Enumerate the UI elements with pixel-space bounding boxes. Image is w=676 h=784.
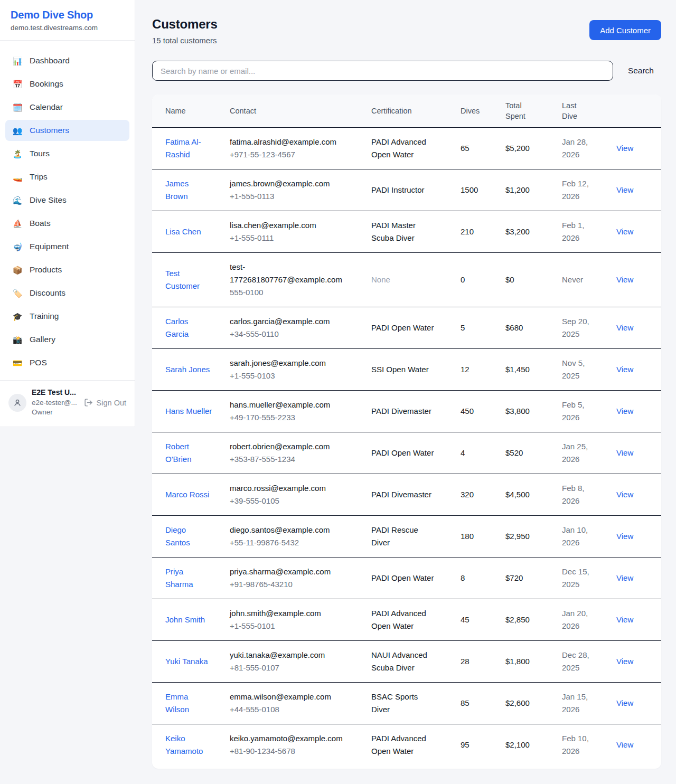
view-link[interactable]: View — [616, 573, 633, 582]
customer-name-link[interactable]: Keiko Yamamoto — [165, 734, 203, 755]
customer-name-link[interactable]: James Brown — [165, 179, 189, 201]
customer-email: keiko.yamamoto@example.com — [230, 732, 335, 745]
customers-table: NameContactCertificationDivesTotal Spent… — [152, 95, 661, 766]
customer-name-link[interactable]: John Smith — [165, 615, 205, 624]
customer-name-link[interactable]: Hans Mueller — [165, 407, 212, 415]
table-row: Robert O'Brien robert.obrien@example.com… — [152, 432, 661, 474]
sidebar-item-gallery[interactable]: 📸Gallery — [5, 329, 129, 350]
customer-last-dive: Dec 28, 2025 — [562, 641, 616, 683]
customer-dives: 95 — [461, 724, 505, 766]
user-name: E2E Test U... — [32, 388, 77, 398]
customer-phone: +39-555-0105 — [230, 495, 335, 507]
sign-out-button[interactable]: Sign Out — [84, 398, 126, 407]
customer-name-link[interactable]: Robert O'Brien — [165, 442, 192, 464]
view-link[interactable]: View — [616, 227, 633, 236]
customer-name-link[interactable]: Diego Santos — [165, 525, 190, 547]
sidebar-item-equipment[interactable]: 🤿Equipment — [5, 236, 129, 257]
customer-certification: PADI Open Water — [371, 432, 461, 474]
customer-certification: PADI Advanced Open Water — [371, 724, 461, 766]
customer-last-dive: Never — [562, 253, 616, 307]
sidebar-item-customers[interactable]: 👥Customers — [5, 120, 129, 141]
customer-certification: SSI Open Water — [371, 349, 461, 391]
customer-dives: 320 — [461, 474, 505, 516]
sidebar-item-trips[interactable]: 🚤Trips — [5, 166, 129, 187]
column-header-contact: Contact — [230, 95, 371, 128]
customer-count: 15 total customers — [152, 36, 218, 45]
view-link[interactable]: View — [616, 185, 633, 194]
sidebar-item-label: Bookings — [30, 79, 63, 89]
view-link[interactable]: View — [616, 323, 633, 332]
customer-total-spent: $720 — [505, 558, 562, 599]
column-header-actions — [616, 95, 661, 128]
table-body: Fatima Al-Rashid fatima.alrashid@example… — [152, 128, 661, 766]
app-root: Demo Dive Shop demo.test.divestreams.com… — [0, 0, 676, 784]
sidebar-item-label: Products — [30, 265, 62, 275]
add-customer-button[interactable]: Add Customer — [589, 20, 661, 40]
sidebar-item-discounts[interactable]: 🏷️Discounts — [5, 282, 129, 304]
customer-email: robert.obrien@example.com — [230, 440, 335, 453]
view-link[interactable]: View — [616, 698, 633, 707]
customer-dives: 28 — [461, 641, 505, 683]
sidebar-item-bookings[interactable]: 📅Bookings — [5, 73, 129, 95]
customer-dives: 4 — [461, 432, 505, 474]
view-link[interactable]: View — [616, 365, 633, 374]
customer-name-link[interactable]: Yuki Tanaka — [165, 657, 208, 666]
view-link[interactable]: View — [616, 532, 633, 541]
sidebar-item-label: Equipment — [30, 242, 69, 251]
calendar-icon: 🗓️ — [12, 103, 23, 111]
customer-email: marco.rossi@example.com — [230, 482, 335, 495]
view-link[interactable]: View — [616, 448, 633, 457]
customer-email: john.smith@example.com — [230, 607, 335, 620]
view-link[interactable]: View — [616, 407, 633, 415]
view-link[interactable]: View — [616, 144, 633, 153]
customer-name-link[interactable]: Emma Wilson — [165, 692, 189, 714]
customer-certification: PADI Instructor — [371, 169, 461, 211]
user-role: Owner — [32, 408, 77, 417]
sidebar-item-label: Training — [30, 311, 59, 321]
customer-certification: PADI Open Water — [371, 307, 461, 349]
view-link[interactable]: View — [616, 490, 633, 499]
sidebar-item-dive-sites[interactable]: 🌊Dive Sites — [5, 190, 129, 211]
view-link[interactable]: View — [616, 657, 633, 666]
sidebar-item-dashboard[interactable]: 📊Dashboard — [5, 50, 129, 71]
search-input[interactable] — [152, 61, 613, 81]
customer-email: lisa.chen@example.com — [230, 219, 335, 232]
customer-name-link[interactable]: Priya Sharma — [165, 567, 193, 589]
user-email: e2e-tester@... — [32, 399, 77, 408]
customer-certification: None — [371, 253, 461, 307]
view-link[interactable]: View — [616, 275, 633, 284]
view-link[interactable]: View — [616, 615, 633, 624]
customer-name-link[interactable]: Sarah Jones — [165, 365, 210, 374]
customer-total-spent: $2,600 — [505, 683, 562, 724]
sidebar-item-products[interactable]: 📦Products — [5, 259, 129, 280]
customer-certification: PADI Master Scuba Diver — [371, 211, 461, 253]
customer-name-link[interactable]: Test Customer — [165, 269, 200, 290]
customer-last-dive: Sep 20, 2025 — [562, 307, 616, 349]
sidebar-item-boats[interactable]: ⛵Boats — [5, 213, 129, 234]
search-button[interactable]: Search — [621, 62, 661, 80]
view-link[interactable]: View — [616, 740, 633, 749]
column-header-total-spent: Total Spent — [505, 95, 562, 128]
table-row: James Brown james.brown@example.com +1-5… — [152, 169, 661, 211]
sidebar-item-training[interactable]: 🎓Training — [5, 306, 129, 327]
customer-last-dive: Feb 10, 2026 — [562, 724, 616, 766]
tours-icon: 🏝️ — [12, 150, 23, 158]
table-row: Sarah Jones sarah.jones@example.com +1-5… — [152, 349, 661, 391]
table-row: Hans Mueller hans.mueller@example.com +4… — [152, 391, 661, 432]
customer-phone: +1-555-0101 — [230, 620, 335, 632]
sidebar-item-pos[interactable]: 💳POS — [5, 352, 129, 373]
customer-name-link[interactable]: Lisa Chen — [165, 227, 201, 236]
sign-out-label: Sign Out — [97, 399, 126, 407]
customer-dives: 45 — [461, 599, 505, 641]
customer-name-link[interactable]: Fatima Al-Rashid — [165, 137, 201, 159]
customer-name-link[interactable]: Carlos Garcia — [165, 317, 189, 338]
sidebar-item-calendar[interactable]: 🗓️Calendar — [5, 97, 129, 118]
customer-name-link[interactable]: Marco Rossi — [165, 490, 209, 499]
customer-last-dive: Feb 1, 2026 — [562, 211, 616, 253]
customer-total-spent: $2,850 — [505, 599, 562, 641]
sidebar-item-tours[interactable]: 🏝️Tours — [5, 143, 129, 164]
training-icon: 🎓 — [12, 313, 23, 320]
trips-icon: 🚤 — [12, 173, 23, 181]
customer-certification: BSAC Sports Diver — [371, 683, 461, 724]
customer-phone: +81-90-1234-5678 — [230, 745, 335, 758]
